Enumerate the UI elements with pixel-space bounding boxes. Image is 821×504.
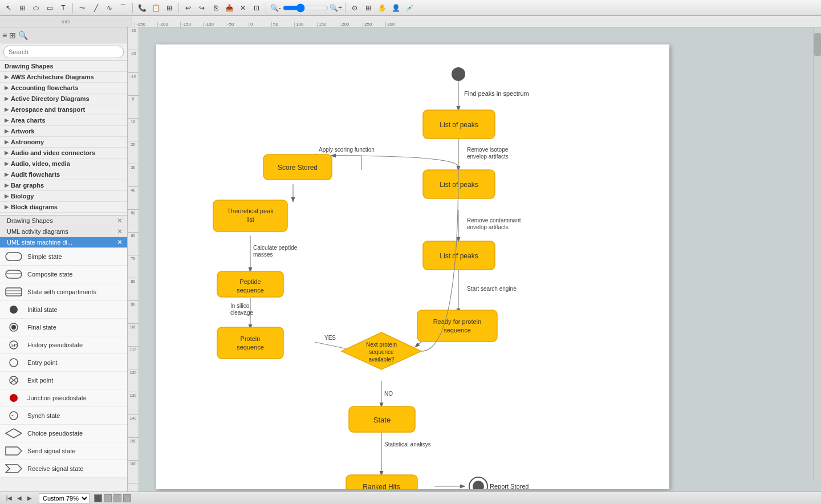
shape-item-exit-point[interactable]: Exit point (0, 372, 127, 389)
zoom-select[interactable]: 50% 75% Custom 79% 100% 150% 200% (39, 493, 90, 503)
group-btn[interactable]: ⊡ (250, 2, 263, 14)
shape-item-initial-state[interactable]: Initial state (0, 301, 127, 319)
delete-btn[interactable]: ✕ (237, 2, 249, 14)
search-input[interactable] (3, 46, 124, 58)
open-section-uml-activity[interactable]: UML activity diagrams ✕ (0, 226, 127, 237)
select-tool-btn[interactable]: ↖ (2, 2, 15, 14)
shape-item-simple-state[interactable]: Simple state (0, 248, 127, 266)
section-aws[interactable]: ▶ AWS Architecture Diagrams (0, 72, 127, 83)
table-tool-btn[interactable]: ⊞ (163, 2, 176, 14)
zoom-out-btn[interactable]: 🔍- (269, 2, 282, 14)
text-tool-btn[interactable]: T (57, 2, 70, 14)
scrollbar-thumb[interactable] (814, 33, 821, 56)
line-tool-btn[interactable]: ╱ (90, 2, 102, 14)
panel-grid-icon[interactable]: ⊞ (9, 31, 16, 40)
bezier-tool-btn[interactable]: ∿ (103, 2, 116, 14)
section-aerospace[interactable]: ▶ Aerospace and transport (0, 104, 127, 115)
diagram-svg[interactable]: Find peaks in spectrum Remove isotope en… (156, 44, 669, 489)
section-bar-graphs[interactable]: ▶ Bar graphs (0, 180, 127, 191)
section-block-diagrams[interactable]: ▶ Block diagrams (0, 202, 127, 213)
panel-search-icon[interactable]: 🔍 (18, 31, 28, 40)
start-node[interactable] (452, 67, 465, 81)
shape-item-synch-state[interactable]: * Synch state (0, 407, 127, 425)
fit-btn[interactable]: ⊞ (362, 2, 375, 14)
arrow-icon: ▶ (5, 85, 9, 91)
section-audio-video-conn[interactable]: ▶ Audio and video connectors (0, 148, 127, 158)
shape-item-history-pseudostate[interactable]: H* History pseudostate (0, 336, 127, 354)
svg-point-6 (10, 306, 18, 314)
section-drawing-shapes[interactable]: Drawing Shapes (0, 61, 127, 72)
section-audit[interactable]: ▶ Audit flowcharts (0, 169, 127, 180)
section-label: Audio and video connectors (11, 149, 95, 156)
ready-protein-node[interactable] (417, 310, 497, 342)
close-icon[interactable]: ✕ (117, 217, 123, 225)
v-tick: 120 (128, 369, 139, 392)
v-tick: 100 (128, 324, 139, 347)
nav-next-btn[interactable]: ▶ (25, 494, 34, 503)
phone-tool-btn[interactable]: 📞 (136, 2, 148, 14)
redo-btn[interactable]: ↪ (196, 2, 208, 14)
shape-label: Junction pseudostate (27, 395, 87, 401)
page-tab-2[interactable] (104, 494, 112, 502)
close-icon[interactable]: ✕ (117, 227, 123, 235)
nav-prev-btn[interactable]: ◀ (15, 494, 24, 503)
arrow-icon: ▶ (5, 150, 9, 156)
shape-label: Choice pseudostate (27, 430, 83, 437)
open-section-uml-state[interactable]: UML state machine di... ✕ (0, 237, 127, 248)
shape-item-final-state[interactable]: Final state (0, 319, 127, 336)
arrow-icon: ▶ (5, 139, 9, 145)
svg-text:cleavage: cleavage (230, 310, 253, 316)
shape-item-choice-pseudostate[interactable]: Choice pseudostate (0, 425, 127, 442)
shape-item-entry-point[interactable]: Entry point (0, 354, 127, 372)
user-btn[interactable]: 👤 (389, 2, 402, 14)
section-label: AWS Architecture Diagrams (11, 74, 94, 80)
pan-tool-btn[interactable]: ⊞ (16, 2, 29, 14)
page-tab-3[interactable] (113, 494, 121, 502)
oval-tool-btn[interactable]: ⬭ (30, 2, 42, 14)
page-tab-4[interactable] (123, 494, 131, 502)
eyedrop-btn[interactable]: 💉 (403, 2, 416, 14)
panel-header: ≡ ⊞ 🔍 (0, 27, 127, 43)
paste-btn[interactable]: 📥 (223, 2, 235, 14)
shape-label: History pseudostate (27, 342, 83, 348)
section-audio-video-media[interactable]: ▶ Audio, video, media (0, 158, 127, 169)
v-tick: 140 (128, 415, 139, 438)
protein-seq-node[interactable] (217, 327, 283, 359)
undo-btn[interactable]: ↩ (182, 2, 194, 14)
section-biology[interactable]: ▶ Biology (0, 191, 127, 202)
rect-tool-btn[interactable]: ▭ (43, 2, 56, 14)
shape-label: Initial state (27, 306, 58, 313)
v-tick: 0 (128, 96, 139, 119)
open-section-label: Drawing Shapes (7, 217, 53, 224)
panel-menu-icon[interactable]: ≡ (2, 31, 7, 40)
ruler-tick: 100 (294, 22, 317, 27)
polyline-tool-btn[interactable]: ⌒ (117, 2, 129, 14)
section-accounting[interactable]: ▶ Accounting flowcharts (0, 83, 127, 94)
page-tab-1[interactable] (94, 494, 102, 502)
entry-point-icon (5, 356, 23, 369)
shape-item-composite-state[interactable]: Composite state (0, 266, 127, 283)
connect-tool-btn[interactable]: ⤳ (76, 2, 88, 14)
section-artwork[interactable]: ▶ Artwork (0, 126, 127, 137)
v-tick: 30 (128, 164, 139, 187)
shape-item-state-compartments[interactable]: State with compartments (0, 283, 127, 301)
nav-first-btn[interactable]: |◀ (5, 494, 14, 503)
zoom-reset-btn[interactable]: ⊙ (348, 2, 361, 14)
vertical-scrollbar[interactable] (813, 27, 821, 479)
shape-item-junction[interactable]: Junction pseudostate (0, 389, 127, 407)
close-icon[interactable]: ✕ (117, 238, 123, 246)
shape-item-receive-signal[interactable]: Receive signal state (0, 460, 127, 478)
section-area-charts[interactable]: ▶ Area charts (0, 115, 127, 126)
canvas-area[interactable]: Find peaks in spectrum Remove isotope en… (139, 27, 821, 491)
shape-label: Final state (27, 324, 56, 331)
section-active-directory[interactable]: ▶ Active Directory Diagrams (0, 94, 127, 104)
zoom-in-btn[interactable]: 🔍+ (330, 2, 342, 14)
hand-btn[interactable]: ✋ (376, 2, 388, 14)
copy-btn[interactable]: ⎘ (209, 2, 222, 14)
note-tool-btn[interactable]: 📋 (149, 2, 162, 14)
open-section-drawing-shapes[interactable]: Drawing Shapes ✕ (0, 216, 127, 226)
zoom-slider[interactable] (283, 3, 328, 13)
shape-item-send-signal[interactable]: Send signal state (0, 442, 127, 460)
section-astronomy[interactable]: ▶ Astronomy (0, 137, 127, 148)
page-tabs (94, 494, 131, 502)
